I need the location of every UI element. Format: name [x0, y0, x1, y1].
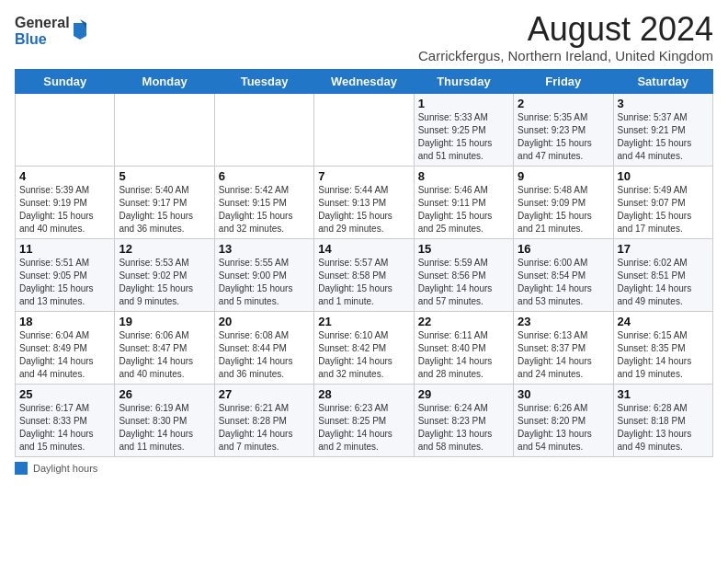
day-info: Sunrise: 5:49 AM Sunset: 9:07 PM Dayligh… [618, 184, 709, 236]
day-number: 26 [119, 387, 210, 401]
calendar-cell: 28Sunrise: 6:23 AM Sunset: 8:25 PM Dayli… [314, 384, 414, 456]
month-year-title: August 2024 [418, 11, 713, 48]
calendar-week-row: 1Sunrise: 5:33 AM Sunset: 9:25 PM Daylig… [16, 93, 713, 166]
day-number: 15 [418, 242, 509, 256]
day-number: 8 [418, 169, 509, 183]
calendar-cell: 27Sunrise: 6:21 AM Sunset: 8:28 PM Dayli… [214, 384, 313, 456]
day-info: Sunrise: 6:06 AM Sunset: 8:47 PM Dayligh… [119, 329, 210, 381]
weekday-header-tuesday: Tuesday [214, 69, 313, 93]
day-info: Sunrise: 5:39 AM Sunset: 9:19 PM Dayligh… [19, 184, 110, 236]
logo-general: General [15, 15, 70, 31]
day-number: 16 [518, 242, 609, 256]
day-number: 2 [518, 97, 609, 110]
logo-blue: Blue [15, 31, 70, 48]
day-number: 18 [19, 315, 110, 328]
logo-icon [72, 19, 88, 40]
calendar-week-row: 4Sunrise: 5:39 AM Sunset: 9:19 PM Daylig… [16, 166, 713, 238]
day-number: 19 [119, 315, 210, 328]
day-number: 27 [219, 387, 310, 401]
calendar-cell: 15Sunrise: 5:59 AM Sunset: 8:56 PM Dayli… [414, 238, 513, 311]
calendar-cell: 6Sunrise: 5:42 AM Sunset: 9:15 PM Daylig… [214, 166, 313, 238]
calendar-week-row: 18Sunrise: 6:04 AM Sunset: 8:49 PM Dayli… [16, 311, 713, 384]
day-number: 7 [318, 169, 409, 183]
calendar-cell [115, 93, 214, 166]
day-number: 14 [318, 242, 409, 256]
weekday-header-monday: Monday [115, 69, 214, 93]
logo: General Blue [15, 15, 88, 47]
day-number: 21 [318, 315, 409, 328]
calendar-cell: 1Sunrise: 5:33 AM Sunset: 9:25 PM Daylig… [414, 93, 513, 166]
header: General Blue August 2024 Carrickfergus, … [15, 11, 713, 63]
day-number: 9 [518, 169, 609, 183]
day-info: Sunrise: 5:46 AM Sunset: 9:11 PM Dayligh… [418, 184, 509, 236]
calendar-cell: 13Sunrise: 5:55 AM Sunset: 9:00 PM Dayli… [214, 238, 313, 311]
day-info: Sunrise: 5:48 AM Sunset: 9:09 PM Dayligh… [518, 184, 609, 236]
day-info: Sunrise: 6:11 AM Sunset: 8:40 PM Dayligh… [418, 329, 509, 381]
calendar-cell: 24Sunrise: 6:15 AM Sunset: 8:35 PM Dayli… [613, 311, 712, 384]
calendar-cell: 31Sunrise: 6:28 AM Sunset: 8:18 PM Dayli… [613, 384, 712, 456]
day-number: 29 [418, 387, 509, 401]
calendar-header: SundayMondayTuesdayWednesdayThursdayFrid… [16, 69, 713, 93]
day-info: Sunrise: 5:35 AM Sunset: 9:23 PM Dayligh… [518, 111, 609, 163]
day-number: 17 [618, 242, 709, 256]
day-number: 10 [618, 169, 709, 183]
calendar-cell: 7Sunrise: 5:44 AM Sunset: 9:13 PM Daylig… [314, 166, 414, 238]
day-info: Sunrise: 5:55 AM Sunset: 9:00 PM Dayligh… [219, 257, 310, 308]
calendar-cell: 8Sunrise: 5:46 AM Sunset: 9:11 PM Daylig… [414, 166, 513, 238]
day-info: Sunrise: 6:04 AM Sunset: 8:49 PM Dayligh… [19, 329, 110, 381]
calendar-week-row: 11Sunrise: 5:51 AM Sunset: 9:05 PM Dayli… [16, 238, 713, 311]
day-info: Sunrise: 5:51 AM Sunset: 9:05 PM Dayligh… [19, 257, 110, 308]
day-info: Sunrise: 5:57 AM Sunset: 8:58 PM Dayligh… [318, 257, 409, 308]
calendar-cell: 25Sunrise: 6:17 AM Sunset: 8:33 PM Dayli… [16, 384, 115, 456]
day-info: Sunrise: 6:02 AM Sunset: 8:51 PM Dayligh… [618, 257, 709, 308]
day-number: 1 [418, 97, 509, 110]
calendar-cell [214, 93, 313, 166]
calendar-cell: 17Sunrise: 6:02 AM Sunset: 8:51 PM Dayli… [613, 238, 712, 311]
location-subtitle: Carrickfergus, Northern Ireland, United … [418, 48, 713, 63]
day-info: Sunrise: 6:26 AM Sunset: 8:20 PM Dayligh… [518, 402, 609, 454]
day-info: Sunrise: 6:15 AM Sunset: 8:35 PM Dayligh… [618, 329, 709, 381]
calendar-cell: 22Sunrise: 6:11 AM Sunset: 8:40 PM Dayli… [414, 311, 513, 384]
day-info: Sunrise: 5:53 AM Sunset: 9:02 PM Dayligh… [119, 257, 210, 308]
footer: Daylight hours [15, 462, 713, 475]
day-info: Sunrise: 6:24 AM Sunset: 8:23 PM Dayligh… [418, 402, 509, 454]
calendar-cell: 26Sunrise: 6:19 AM Sunset: 8:30 PM Dayli… [115, 384, 214, 456]
day-info: Sunrise: 6:10 AM Sunset: 8:42 PM Dayligh… [318, 329, 409, 381]
day-number: 11 [19, 242, 110, 256]
weekday-header-wednesday: Wednesday [314, 69, 414, 93]
logo-text-block: General Blue [15, 15, 88, 47]
day-info: Sunrise: 6:08 AM Sunset: 8:44 PM Dayligh… [219, 329, 310, 381]
weekday-header-thursday: Thursday [414, 69, 513, 93]
calendar-cell [314, 93, 414, 166]
day-info: Sunrise: 5:44 AM Sunset: 9:13 PM Dayligh… [318, 184, 409, 236]
calendar-cell: 10Sunrise: 5:49 AM Sunset: 9:07 PM Dayli… [613, 166, 712, 238]
calendar-cell: 4Sunrise: 5:39 AM Sunset: 9:19 PM Daylig… [16, 166, 115, 238]
day-info: Sunrise: 6:13 AM Sunset: 8:37 PM Dayligh… [518, 329, 609, 381]
day-number: 13 [219, 242, 310, 256]
day-info: Sunrise: 5:40 AM Sunset: 9:17 PM Dayligh… [119, 184, 210, 236]
day-number: 30 [518, 387, 609, 401]
day-number: 20 [219, 315, 310, 328]
page: General Blue August 2024 Carrickfergus, … [0, 0, 728, 482]
day-info: Sunrise: 6:21 AM Sunset: 8:28 PM Dayligh… [219, 402, 310, 454]
day-info: Sunrise: 5:33 AM Sunset: 9:25 PM Dayligh… [418, 111, 509, 163]
day-number: 23 [518, 315, 609, 328]
logo-wordmark: General Blue [15, 15, 70, 47]
weekday-header-saturday: Saturday [613, 69, 712, 93]
day-info: Sunrise: 5:59 AM Sunset: 8:56 PM Dayligh… [418, 257, 509, 308]
calendar-cell: 3Sunrise: 5:37 AM Sunset: 9:21 PM Daylig… [613, 93, 712, 166]
day-number: 24 [618, 315, 709, 328]
title-block: August 2024 Carrickfergus, Northern Irel… [418, 11, 713, 63]
calendar-week-row: 25Sunrise: 6:17 AM Sunset: 8:33 PM Dayli… [16, 384, 713, 456]
calendar-cell [16, 93, 115, 166]
calendar-table: SundayMondayTuesdayWednesdayThursdayFrid… [15, 69, 713, 457]
calendar-cell: 21Sunrise: 6:10 AM Sunset: 8:42 PM Dayli… [314, 311, 414, 384]
day-number: 22 [418, 315, 509, 328]
day-info: Sunrise: 6:28 AM Sunset: 8:18 PM Dayligh… [618, 402, 709, 454]
calendar-cell: 11Sunrise: 5:51 AM Sunset: 9:05 PM Dayli… [16, 238, 115, 311]
day-number: 3 [618, 97, 709, 110]
calendar-cell: 20Sunrise: 6:08 AM Sunset: 8:44 PM Dayli… [214, 311, 313, 384]
day-info: Sunrise: 6:17 AM Sunset: 8:33 PM Dayligh… [19, 402, 110, 454]
day-number: 4 [19, 169, 110, 183]
calendar-cell: 23Sunrise: 6:13 AM Sunset: 8:37 PM Dayli… [514, 311, 613, 384]
